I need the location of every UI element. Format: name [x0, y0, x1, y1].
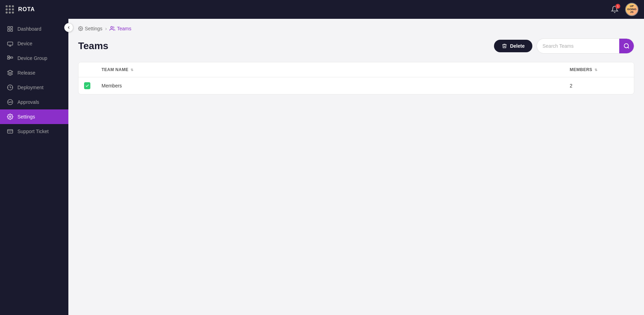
trash-icon — [502, 43, 507, 49]
svg-rect-19 — [8, 130, 13, 133]
grid-dots-icon — [6, 5, 14, 14]
svg-rect-9 — [11, 57, 13, 58]
people-breadcrumb-icon — [110, 26, 115, 31]
svg-rect-8 — [8, 58, 10, 59]
svg-point-16 — [9, 102, 9, 102]
sidebar-item-support-ticket[interactable]: Support Ticket — [0, 124, 68, 139]
notification-badge: 1 — [615, 4, 620, 9]
sidebar-item-deployment[interactable]: Deployment — [0, 80, 68, 95]
table-row: Members 2 — [78, 77, 634, 94]
delete-button-label: Delete — [510, 43, 525, 49]
main-content: Settings › Teams Teams — [68, 19, 644, 315]
svg-point-24 — [111, 26, 113, 28]
sidebar-item-label: Device Group — [17, 55, 47, 61]
notification-button[interactable]: 1 — [608, 3, 621, 16]
avatar-initials: UPGOINGJS — [627, 5, 637, 14]
sidebar: Dashboard Device Device Group — [0, 19, 68, 315]
main-layout: Dashboard Device Device Group — [0, 19, 644, 315]
breadcrumb-separator: › — [105, 26, 107, 31]
search-input[interactable] — [537, 40, 619, 52]
approvals-icon — [7, 99, 13, 105]
device-group-icon — [7, 55, 13, 61]
td-members: 2 — [564, 78, 634, 93]
topbar-right: 1 UPGOINGJS — [608, 3, 638, 16]
dashboard-icon — [7, 26, 13, 32]
sidebar-item-label: Support Ticket — [17, 129, 49, 134]
sort-icon-team-name: ⇅ — [130, 68, 134, 72]
breadcrumb-teams-label: Teams — [117, 26, 131, 31]
search-wrapper — [537, 38, 634, 54]
page-header: Teams Delete — [78, 38, 634, 54]
topbar-left: ROTA — [6, 5, 35, 14]
checkmark-icon — [85, 84, 89, 88]
sidebar-item-settings[interactable]: Settings — [0, 109, 68, 124]
teams-table: TEAM NAME ⇅ MEMBERS ⇅ — [78, 62, 634, 94]
sidebar-item-device-group[interactable]: Device Group — [0, 51, 68, 66]
svg-point-18 — [9, 116, 11, 118]
checkbox-checked[interactable] — [84, 82, 90, 89]
release-icon — [7, 70, 13, 76]
sidebar-item-label: Settings — [17, 114, 35, 120]
th-members[interactable]: MEMBERS ⇅ — [564, 62, 634, 77]
sidebar-item-device[interactable]: Device — [0, 36, 68, 51]
settings-breadcrumb-icon — [78, 26, 83, 31]
sidebar-item-label: Release — [17, 70, 35, 76]
sidebar-item-dashboard[interactable]: Dashboard — [0, 22, 68, 36]
sidebar-item-release[interactable]: Release — [0, 66, 68, 80]
topbar: ROTA 1 UPGOINGJS — [0, 0, 644, 19]
settings-icon — [7, 114, 13, 120]
svg-rect-2 — [8, 30, 9, 31]
th-checkbox — [78, 62, 96, 77]
sidebar-item-label: Device — [17, 41, 32, 46]
svg-line-10 — [10, 56, 11, 57]
members-value: 2 — [570, 83, 572, 89]
sort-icon-members: ⇅ — [594, 68, 598, 72]
svg-point-17 — [11, 102, 12, 102]
svg-point-23 — [80, 28, 81, 29]
svg-rect-3 — [11, 30, 13, 31]
svg-rect-7 — [8, 56, 10, 57]
svg-point-25 — [624, 44, 628, 48]
search-button[interactable] — [619, 39, 634, 53]
sidebar-item-label: Approvals — [17, 99, 39, 105]
th-team-name[interactable]: TEAM NAME ⇅ — [96, 62, 564, 77]
th-team-name-label: TEAM NAME — [102, 67, 128, 72]
table-header: TEAM NAME ⇅ MEMBERS ⇅ — [78, 62, 634, 77]
td-team-name: Members — [96, 78, 564, 93]
breadcrumb: Settings › Teams — [78, 26, 634, 31]
avatar[interactable]: UPGOINGJS — [625, 3, 638, 16]
sidebar-collapse-button[interactable] — [64, 23, 73, 32]
app-title: ROTA — [18, 6, 35, 13]
support-ticket-icon — [7, 128, 13, 135]
deployment-icon — [7, 84, 13, 91]
th-members-label: MEMBERS — [570, 67, 592, 72]
header-actions: Delete — [494, 38, 634, 54]
breadcrumb-settings-link[interactable]: Settings — [78, 26, 103, 31]
sidebar-item-approvals[interactable]: Approvals — [0, 95, 68, 109]
td-checkbox[interactable] — [78, 77, 96, 94]
delete-button[interactable]: Delete — [494, 40, 532, 52]
page-title: Teams — [78, 40, 108, 52]
svg-rect-0 — [8, 26, 9, 28]
sidebar-item-label: Dashboard — [17, 26, 42, 32]
breadcrumb-current-teams: Teams — [110, 26, 131, 31]
svg-line-26 — [628, 47, 629, 48]
search-icon — [623, 43, 630, 49]
device-icon — [7, 40, 13, 47]
svg-rect-1 — [11, 26, 13, 28]
svg-rect-4 — [8, 42, 13, 45]
sidebar-item-label: Deployment — [17, 85, 44, 90]
breadcrumb-settings-label: Settings — [85, 26, 103, 31]
team-name-value: Members — [102, 83, 122, 89]
